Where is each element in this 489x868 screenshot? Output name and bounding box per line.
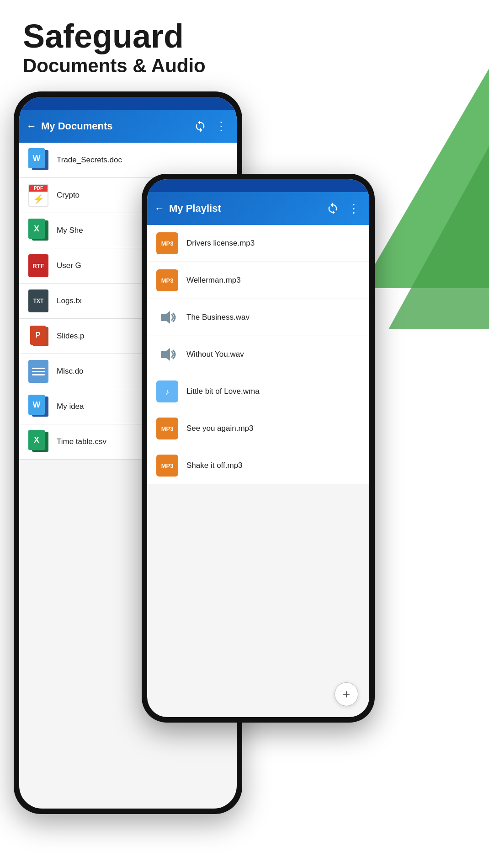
- mp3-icon-3: MP3: [155, 417, 179, 440]
- excel-icon-2: X: [27, 430, 50, 454]
- svg-marker-1: [161, 348, 170, 361]
- list-item[interactable]: ♪ Little bit of Love.wma: [147, 373, 369, 410]
- playlist-appbar: ← My Playlist ⋮: [147, 192, 369, 225]
- status-bar-1: [19, 97, 237, 110]
- status-bar-2: [147, 179, 369, 192]
- word-icon: W: [27, 148, 50, 172]
- list-item[interactable]: MP3 Drivers license.mp3: [147, 225, 369, 262]
- file-name: My She: [57, 226, 83, 235]
- page-title: Safeguard: [23, 18, 206, 54]
- track-name: Wellerman.mp3: [186, 276, 241, 285]
- wma-icon: ♪: [155, 380, 179, 403]
- page-subtitle: Documents & Audio: [23, 54, 206, 77]
- add-fab-button[interactable]: +: [335, 682, 358, 706]
- track-name: Shake it off.mp3: [186, 461, 243, 470]
- documents-title: My Documents: [41, 120, 187, 132]
- wav-icon: [155, 305, 179, 329]
- mp3-icon: MP3: [155, 231, 179, 255]
- track-name: Drivers license.mp3: [186, 239, 255, 248]
- back-button-playlist[interactable]: ←: [154, 203, 165, 214]
- playlist-title: My Playlist: [169, 203, 320, 214]
- phone-playlist-screen: ← My Playlist ⋮ MP3 Drivers license.mp3: [147, 179, 369, 717]
- track-name: Without You.wav: [186, 350, 244, 359]
- file-name: Crypto: [57, 191, 80, 200]
- file-name: Time table.csv: [57, 437, 106, 446]
- file-name: My idea: [57, 402, 84, 411]
- svg-marker-0: [161, 311, 170, 324]
- svg-text:♪: ♪: [165, 387, 170, 396]
- track-name: See you again.mp3: [186, 424, 254, 433]
- back-button-docs[interactable]: ←: [27, 120, 37, 132]
- more-menu-docs[interactable]: ⋮: [213, 118, 229, 134]
- track-name: Little bit of Love.wma: [186, 387, 260, 396]
- phone-playlist: ← My Playlist ⋮ MP3 Drivers license.mp3: [142, 174, 375, 723]
- rtf-icon: RTF: [27, 254, 50, 278]
- pdf-icon: PDF ⚡: [27, 183, 50, 207]
- file-name: Trade_Secrets.doc: [57, 155, 122, 165]
- file-name: Misc.do: [57, 367, 84, 376]
- file-name: User G: [57, 261, 81, 270]
- sync-icon[interactable]: [192, 118, 208, 134]
- wav-icon-2: [155, 343, 179, 366]
- list-item[interactable]: MP3 Wellerman.mp3: [147, 262, 369, 299]
- excel-icon: X: [27, 219, 50, 242]
- ppt-icon: P: [27, 324, 50, 348]
- list-item[interactable]: MP3 Shake it off.mp3: [147, 447, 369, 484]
- file-name: Slides.p: [57, 332, 84, 341]
- list-item[interactable]: MP3 See you again.mp3: [147, 410, 369, 447]
- txt-icon: TXT: [27, 289, 50, 313]
- word-icon-2: W: [27, 395, 50, 418]
- playlist-list: MP3 Drivers license.mp3 MP3 Wellerman.mp…: [147, 225, 369, 484]
- sync-icon-playlist[interactable]: [324, 200, 341, 217]
- doc-icon: [27, 359, 50, 383]
- track-name: The Business.wav: [186, 313, 250, 322]
- list-item[interactable]: The Business.wav: [147, 299, 369, 336]
- mp3-icon-2: MP3: [155, 268, 179, 292]
- page-header: Safeguard Documents & Audio: [23, 18, 206, 78]
- documents-appbar: ← My Documents ⋮: [19, 110, 237, 143]
- decoration-triangle-2: [388, 146, 489, 329]
- file-name: Logs.tx: [57, 296, 82, 305]
- mp3-icon-4: MP3: [155, 454, 179, 477]
- more-menu-playlist[interactable]: ⋮: [345, 200, 362, 217]
- list-item[interactable]: Without You.wav: [147, 336, 369, 373]
- list-item[interactable]: W Trade_Secrets.doc: [19, 143, 237, 178]
